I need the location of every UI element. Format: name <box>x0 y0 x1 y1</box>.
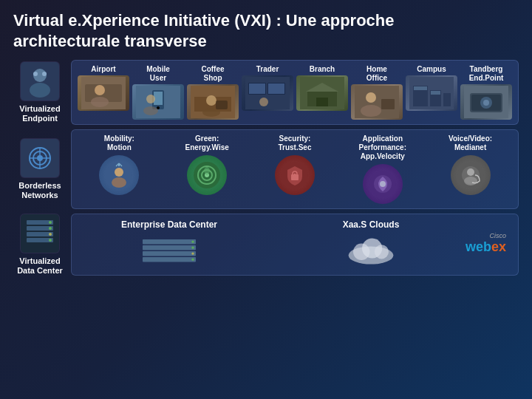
svg-rect-37 <box>443 93 451 106</box>
svg-point-77 <box>49 221 52 224</box>
col-tandberg: TandbergEnd.Point <box>460 65 512 120</box>
svg-rect-33 <box>381 99 395 109</box>
tandberg-image <box>460 84 512 120</box>
networks-avatar-svg <box>21 139 59 177</box>
webex-container: Cisco webex <box>466 232 512 258</box>
branch-svg <box>300 77 344 109</box>
network-voice: Voice/Video:Medianet <box>429 134 512 195</box>
branch-image <box>296 75 348 111</box>
mobility-icon-svg <box>104 160 134 190</box>
title-line2: architecturale transverse <box>13 32 207 50</box>
svg-rect-82 <box>143 245 196 250</box>
svg-rect-83 <box>143 251 196 256</box>
col-branch: Branch <box>296 65 348 111</box>
svg-point-88 <box>191 259 194 261</box>
svg-point-67 <box>380 181 386 187</box>
svg-point-2 <box>30 83 50 98</box>
security-icon <box>275 155 315 195</box>
network-green: Green:Energy.Wise <box>166 134 249 195</box>
svg-point-86 <box>191 247 194 249</box>
svg-rect-64 <box>294 174 296 178</box>
endpoint-row: VirtualizedEndpoint Airport <box>13 60 519 125</box>
trader-label: Trader <box>256 65 279 74</box>
svg-point-52 <box>115 168 123 177</box>
network-security: Security:Trust.Sec <box>253 134 337 195</box>
cloud-svg <box>341 233 400 270</box>
svg-rect-29 <box>316 98 328 106</box>
datacenter-label-text: VirtualizedData Center <box>17 256 63 276</box>
mobility-label: Mobility:Motion <box>104 134 134 152</box>
svg-point-92 <box>375 245 389 259</box>
title-section: Virtual e.Xperience Initiative (VXI) : U… <box>13 10 519 51</box>
network-items: Mobility:Motion <box>78 134 512 204</box>
security-label: Security:Trust.Sec <box>278 134 311 152</box>
campus-svg <box>409 77 454 109</box>
svg-point-71 <box>464 177 477 185</box>
svg-point-4 <box>42 72 47 76</box>
endpoint-label-text: VirtualizedEndpoint <box>19 104 60 123</box>
cisco-label: Cisco <box>490 232 507 239</box>
voice-label: Voice/Video:Medianet <box>449 134 492 152</box>
network-appvel: ApplicationPerformance:App.Velocity <box>341 134 424 204</box>
col-campus: Campus <box>406 65 457 111</box>
home-label: HomeOffice <box>366 65 387 83</box>
enterprise-dc-visual <box>140 233 199 270</box>
col-mobile: MobileUser <box>132 65 184 120</box>
home-image <box>351 84 403 120</box>
svg-rect-22 <box>249 83 265 94</box>
enterprise-dc-label: Enterprise Data Center <box>121 219 217 230</box>
svg-rect-24 <box>268 83 284 94</box>
mobile-image <box>132 84 184 120</box>
voice-icon <box>451 155 491 195</box>
mobile-label: MobileUser <box>146 65 170 83</box>
networks-label-text: BorderlessNetworks <box>18 181 61 200</box>
airport-image <box>78 75 129 111</box>
title-line1: Virtual e.Xperience Initiative (VXI) : U… <box>13 11 395 30</box>
campus-label: Campus <box>417 65 446 74</box>
home-svg <box>355 86 399 118</box>
svg-point-25 <box>259 98 268 106</box>
tandberg-label: TandbergEnd.Point <box>469 65 504 83</box>
cloud-visual <box>341 233 400 270</box>
network-mobility: Mobility:Motion <box>78 134 161 195</box>
svg-point-78 <box>49 227 52 230</box>
svg-rect-19 <box>216 100 228 109</box>
mobility-icon <box>99 155 139 195</box>
svg-point-13 <box>146 95 155 103</box>
datacenter-label-col: VirtualizedData Center <box>13 214 66 276</box>
svg-point-8 <box>91 97 109 107</box>
svg-point-53 <box>112 177 126 188</box>
webex-web: web <box>466 239 491 254</box>
svg-point-79 <box>49 233 52 236</box>
tandberg-svg <box>464 86 508 118</box>
svg-point-44 <box>483 100 489 106</box>
networks-row: BorderlessNetworks Mobility:Motion <box>13 129 519 209</box>
security-icon-svg <box>280 160 310 190</box>
svg-point-3 <box>33 72 38 76</box>
svg-rect-84 <box>143 257 196 262</box>
svg-rect-81 <box>143 239 196 244</box>
airport-label: Airport <box>91 65 115 74</box>
appvel-icon <box>363 164 403 204</box>
trader-image <box>242 75 293 111</box>
svg-point-32 <box>361 105 381 117</box>
svg-point-70 <box>467 168 474 176</box>
green-label: Green:Energy.Wise <box>185 134 229 152</box>
svg-point-31 <box>366 92 376 103</box>
svg-point-14 <box>143 106 158 115</box>
main-title: Virtual e.Xperience Initiative (VXI) : U… <box>13 10 519 51</box>
col-trader: Trader <box>242 65 293 111</box>
airport-svg <box>81 77 126 109</box>
coffee-svg <box>191 86 235 118</box>
col-home: HomeOffice <box>351 65 403 120</box>
enterprise-servers-svg <box>140 233 199 269</box>
rows-container: VirtualizedEndpoint Airport <box>13 60 519 276</box>
mobile-svg <box>136 86 180 118</box>
datacenter-avatar <box>20 214 60 253</box>
svg-point-17 <box>206 95 216 106</box>
appvel-icon-svg <box>368 169 398 199</box>
networks-avatar <box>20 138 60 178</box>
datacenter-content: Enterprise Data Center <box>71 214 519 276</box>
datacenter-avatar-svg <box>21 214 59 253</box>
svg-rect-38 <box>414 86 427 90</box>
